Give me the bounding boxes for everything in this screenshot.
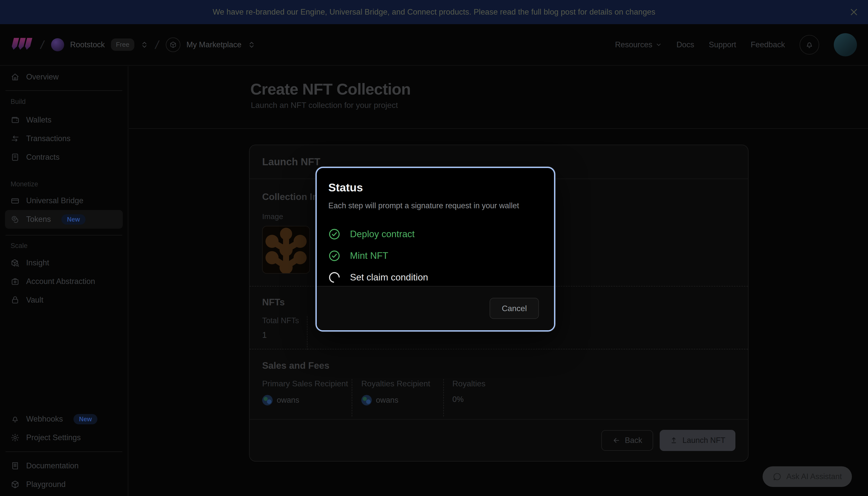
sidebar-item-label: Project Settings <box>26 433 81 442</box>
sidebar-item-project-settings[interactable]: Project Settings <box>5 428 123 447</box>
gear-icon <box>11 433 20 442</box>
sidebar-item-label: Contracts <box>26 153 60 162</box>
nav-feedback[interactable]: Feedback <box>751 40 785 49</box>
sidebar-item-label: Insight <box>26 258 49 267</box>
org-name[interactable]: Rootstock <box>70 40 105 49</box>
project-switcher-chevrons-icon[interactable] <box>248 41 255 49</box>
sidebar-item-universal-bridge[interactable]: Universal Bridge <box>5 191 123 210</box>
sidebar-item-label: Tokens <box>26 215 51 224</box>
sidebar: Overview Build Wallets Transactions Cont… <box>0 66 128 496</box>
webhook-bell-icon <box>11 415 20 423</box>
step-label: Mint NFT <box>350 250 388 261</box>
step-label: Set claim condition <box>350 272 428 283</box>
spinner-icon <box>328 272 340 283</box>
recipient-avatar <box>361 395 372 405</box>
project-name[interactable]: My Marketplace <box>186 40 242 49</box>
step-deploy-contract: Deploy contract <box>328 223 542 245</box>
org-avatar <box>51 38 64 51</box>
step-label: Deploy contract <box>350 229 415 239</box>
sidebar-divider <box>5 451 122 452</box>
sidebar-item-wallets[interactable]: Wallets <box>5 111 123 129</box>
check-circle-icon <box>328 250 340 262</box>
announcement-text: We have re-branded our Engine, Universal… <box>213 7 655 17</box>
sidebar-item-overview[interactable]: Overview <box>5 68 123 86</box>
sidebar-divider <box>5 235 122 235</box>
sales-fees-section: Sales and Fees Primary Sales Recipient o… <box>250 350 748 420</box>
close-icon <box>849 7 859 17</box>
primary-sales-col: Primary Sales Recipient owans <box>262 379 352 417</box>
org-switcher-chevrons-icon[interactable] <box>140 41 149 49</box>
status-modal: Status Each step will prompt a signature… <box>315 167 555 331</box>
breadcrumb: / Rootstock Free / My Marketplace <box>11 37 255 52</box>
notifications-button[interactable] <box>800 35 819 55</box>
modal-footer: Cancel <box>317 286 554 330</box>
bell-icon <box>805 40 814 49</box>
sidebar-item-label: Account Abstraction <box>26 277 95 286</box>
sidebar-item-insight[interactable]: Insight <box>5 253 123 272</box>
primary-sales-value: owans <box>277 396 299 405</box>
page-head-divider <box>129 128 868 129</box>
sales-fees-heading: Sales and Fees <box>262 360 735 371</box>
breadcrumb-separator: / <box>153 38 161 51</box>
box-search-icon <box>11 258 20 267</box>
home-icon <box>11 73 20 81</box>
launch-button-label: Launch NFT <box>682 436 725 445</box>
step-mint-nft: Mint NFT <box>328 245 542 267</box>
royalties-label: Royalties <box>452 379 485 388</box>
sidebar-item-transactions[interactable]: Transactions <box>5 129 123 148</box>
app-header: / Rootstock Free / My Marketplace Resour… <box>0 24 868 66</box>
sidebar-item-label: Universal Bridge <box>26 196 83 205</box>
sidebar-bottom: Webhooks New Project Settings Documentat… <box>5 410 123 494</box>
sidebar-item-label: Documentation <box>26 461 79 470</box>
chevron-down-icon <box>655 42 662 48</box>
sidebar-item-vault[interactable]: Vault <box>5 291 123 309</box>
status-steps: Deploy contract Mint NFT Set claim condi… <box>328 223 542 288</box>
banner-close-button[interactable] <box>847 5 861 19</box>
thirdweb-logo[interactable] <box>11 37 34 52</box>
back-button[interactable]: Back <box>601 430 653 451</box>
new-badge: New <box>74 414 97 424</box>
cube-icon <box>11 480 20 489</box>
ask-ai-assistant-label: Ask AI Assistant <box>786 472 842 481</box>
book-icon <box>11 461 20 470</box>
sidebar-item-contracts[interactable]: Contracts <box>5 148 123 167</box>
cancel-button[interactable]: Cancel <box>490 298 539 319</box>
card-footer: Back Launch NFT <box>250 420 748 461</box>
document-icon <box>11 153 20 162</box>
lock-icon <box>11 296 20 305</box>
wallet-icon <box>11 115 20 124</box>
sidebar-section-build: Build <box>5 98 123 106</box>
briefcase-icon <box>11 277 20 286</box>
nav-support[interactable]: Support <box>709 40 736 49</box>
sidebar-item-label: Overview <box>26 73 59 81</box>
ask-ai-assistant-button[interactable]: Ask AI Assistant <box>763 466 852 487</box>
check-circle-icon <box>328 228 340 240</box>
sidebar-item-playground[interactable]: Playground <box>5 475 123 494</box>
nav-docs[interactable]: Docs <box>677 40 694 49</box>
sidebar-item-label: Transactions <box>26 134 71 143</box>
sidebar-item-label: Webhooks <box>26 415 63 423</box>
sidebar-item-tokens[interactable]: Tokens New <box>5 210 123 229</box>
sidebar-item-webhooks[interactable]: Webhooks New <box>5 410 123 428</box>
royalties-col: Royalties 0% <box>444 379 485 417</box>
primary-sales-label: Primary Sales Recipient <box>262 379 352 388</box>
sidebar-item-account-abstraction[interactable]: Account Abstraction <box>5 272 123 291</box>
modal-subtitle: Each step will prompt a signature reques… <box>328 201 542 210</box>
total-nfts-label: Total NFTs <box>262 316 307 325</box>
sidebar-item-label: Vault <box>26 296 43 305</box>
sidebar-item-documentation[interactable]: Documentation <box>5 456 123 475</box>
total-nfts-stat: Total NFTs 1 <box>262 316 308 350</box>
page-subtitle: Launch an NFT collection for your projec… <box>251 100 398 110</box>
new-badge: New <box>61 214 85 224</box>
launch-nft-button[interactable]: Launch NFT <box>660 430 735 451</box>
recipient-avatar <box>262 395 273 405</box>
thirdweb-dashboard: We have re-branded our Engine, Universal… <box>0 0 868 496</box>
chat-bubble-icon <box>773 472 782 481</box>
header-nav: Resources Docs Support Feedback <box>615 33 857 56</box>
user-avatar[interactable] <box>834 33 857 56</box>
plan-badge: Free <box>111 38 134 51</box>
sidebar-section-monetize: Monetize <box>5 180 123 188</box>
nav-resources[interactable]: Resources <box>615 40 662 49</box>
sidebar-item-label: Playground <box>26 480 66 489</box>
step-set-claim-condition: Set claim condition <box>328 267 542 288</box>
